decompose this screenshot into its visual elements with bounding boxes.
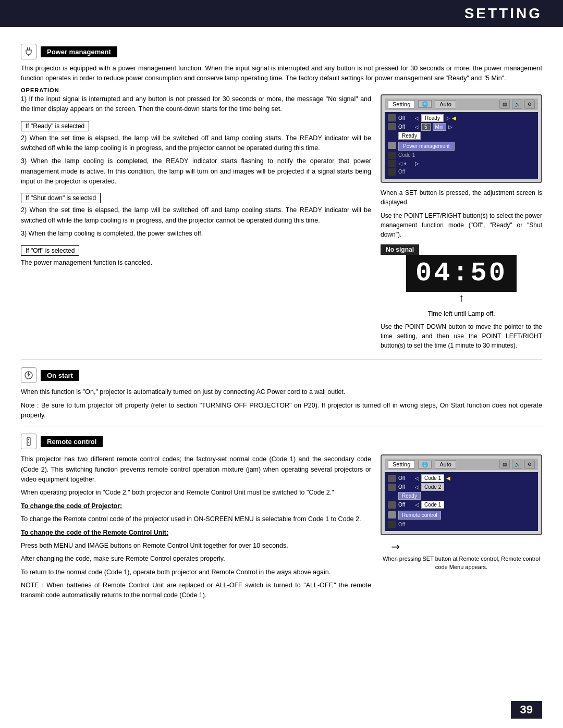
s2-remote-label: Remote control bbox=[398, 511, 441, 520]
if-off-label: If "Off" is selected bbox=[21, 245, 79, 256]
row3-value: Ready bbox=[398, 132, 421, 140]
screen-icon-1: ▤ bbox=[499, 100, 510, 109]
s2-row4-label: Off bbox=[398, 502, 413, 508]
remote-note: NOTE : When batteries of Remote Control … bbox=[21, 581, 371, 601]
screen2-icon-globe: 🌐 bbox=[418, 461, 432, 468]
page-title: SETTING bbox=[464, 5, 542, 22]
row1-value: Ready bbox=[421, 114, 444, 122]
screen2-icons: ▤ 🔊 ⚙ bbox=[499, 460, 535, 469]
screen-icon-globe: 🌐 bbox=[418, 100, 432, 108]
screen-icon-3: ⚙ bbox=[524, 100, 535, 109]
s2-row2-label: Off bbox=[398, 484, 413, 490]
s2-row3-ready: Ready bbox=[398, 492, 421, 500]
s2-row4-icon bbox=[388, 501, 396, 509]
screen2-row-4: Off ◁ Code 1 bbox=[388, 501, 535, 509]
s2-row3-spacer bbox=[388, 492, 396, 500]
power-management-intro: This projector is equipped with a power … bbox=[21, 64, 542, 84]
row-extra2-icon bbox=[388, 168, 396, 176]
svg-rect-6 bbox=[28, 439, 29, 440]
power-management-title: Power management bbox=[41, 46, 117, 57]
left-column: 1) If the input signal is interrupted an… bbox=[21, 94, 371, 354]
row2-left-arrow: ◁ bbox=[415, 124, 419, 130]
screen2-icon-1: ▤ bbox=[499, 460, 510, 469]
screen2-caption: When pressing SET button at Remote contr… bbox=[381, 555, 542, 571]
screen-row-extra1: ◁ ♦ ▷ bbox=[388, 160, 535, 167]
s2-row1-larrow: ◁ bbox=[415, 475, 419, 481]
ready-item2: 2) When the set time is elapsed, the lam… bbox=[21, 133, 371, 154]
s2-row1-icon bbox=[388, 475, 396, 482]
row1-left-arrow: ◁ bbox=[415, 115, 419, 121]
on-start-title: On start bbox=[41, 370, 79, 381]
row1-label: Off bbox=[398, 115, 413, 121]
row-extra2-label: Off bbox=[398, 169, 413, 175]
change-remote-title: To change the code of the Remote Control… bbox=[21, 528, 371, 538]
on-start-header: On start bbox=[21, 367, 542, 383]
s2-row1-value: Code 1 bbox=[421, 474, 444, 482]
row2-label: Off bbox=[398, 124, 413, 130]
screen-rows-1: Off ◁ Ready ▷ ◀ Off ◁ 5 Min ▷ bbox=[385, 112, 538, 179]
screen-rows-2: Off ◁ Code 1 ◀ Off ◁ Code 2 bbox=[385, 472, 538, 531]
row-extra1-icon bbox=[388, 160, 396, 167]
change-remote-text3: To return to the normal code (Code 1), o… bbox=[21, 567, 371, 577]
row2-icon bbox=[388, 123, 396, 130]
screen2-row-1: Off ◁ Code 1 ◀ bbox=[388, 474, 535, 482]
s2-row1-arrow: ◀ bbox=[446, 475, 450, 481]
change-remote-text1: Press both MENU and IMAGE buttons on Rem… bbox=[21, 541, 371, 551]
remote-control-icon bbox=[21, 434, 36, 449]
row-code1-label: Code 1 bbox=[398, 152, 415, 158]
screen-top-bar-2: Setting 🌐 Auto ▤ 🔊 ⚙ bbox=[385, 459, 538, 470]
operation-label: OPERATION bbox=[21, 87, 542, 93]
row2-right-arrow: ▷ bbox=[448, 124, 452, 130]
screen2-tab-auto: Auto bbox=[435, 460, 456, 468]
on-start-para1: When this function is "On," projector is… bbox=[21, 387, 542, 397]
no-signal-bar: No signal bbox=[381, 244, 419, 255]
screen-icons-1: ▤ 🔊 ⚙ bbox=[499, 100, 535, 109]
svg-point-7 bbox=[28, 442, 29, 443]
row-extra1-label: ◁ ♦ bbox=[398, 161, 413, 166]
screen2-remote-row: Remote control bbox=[388, 510, 535, 520]
change-projector-text: To change the Remote control code of the… bbox=[21, 514, 371, 524]
remote-left-col: This projector has two different remote … bbox=[21, 454, 371, 604]
screen-row-2: Off ◁ 5 Min ▷ bbox=[388, 123, 535, 131]
ready-item3: 3) When the lamp cooling is completed, t… bbox=[21, 156, 371, 187]
s2-row4-value: Code 1 bbox=[421, 501, 444, 509]
screen2-tab-setting: Setting bbox=[388, 460, 415, 468]
countdown-arrow: ↑ bbox=[381, 292, 542, 304]
on-start-note: Note : Be sure to turn projector off pro… bbox=[21, 401, 542, 421]
screen-tab-setting: Setting bbox=[388, 100, 415, 108]
s2-remote-icon bbox=[388, 511, 396, 519]
s2-row2-icon bbox=[388, 484, 396, 491]
screen-top-bar-1: Setting 🌐 Auto ▤ 🔊 ⚙ bbox=[385, 98, 538, 110]
change-projector-title: To change the code of Projector: bbox=[21, 501, 371, 511]
remote-control-section: Remote control This projector has two di… bbox=[21, 434, 542, 604]
screen2-row-3: Ready bbox=[388, 492, 535, 500]
remote-para2: When operating projector in "Code 2," bo… bbox=[21, 488, 371, 498]
right-text-3: Use the POINT DOWN button to move the po… bbox=[381, 322, 542, 350]
screen2-row-2: Off ◁ Code 2 bbox=[388, 483, 535, 491]
row2-num: 5 bbox=[421, 123, 431, 131]
row1-right-arrow: ▷ bbox=[446, 115, 450, 121]
screen2-icon-2: 🔊 bbox=[512, 460, 522, 469]
on-start-section: On start When this function is "On," pro… bbox=[21, 367, 542, 421]
screen-row-code1: Code 1 bbox=[388, 152, 535, 159]
s2-row2-larrow: ◁ bbox=[415, 484, 419, 490]
screen-power-row: Power management bbox=[388, 141, 535, 151]
remote-para1: This projector has two different remote … bbox=[21, 454, 371, 485]
s2-row2-value: Code 2 bbox=[421, 483, 444, 491]
row1-icon bbox=[388, 114, 396, 121]
svg-rect-5 bbox=[27, 437, 30, 446]
row1-cursor: ◀ bbox=[452, 115, 456, 121]
right-text-2: Use the POINT LEFT/RIGHT button(s) to se… bbox=[381, 211, 542, 239]
screen2-row-5: Off bbox=[388, 521, 535, 528]
remote-right-col: Setting 🌐 Auto ▤ 🔊 ⚙ bbox=[381, 454, 542, 604]
row2-min: Min bbox=[433, 123, 446, 131]
screen2-arrow-area: ↘ bbox=[381, 540, 542, 553]
shutdown-item3: 3) When the lamp cooling is completed, t… bbox=[21, 229, 371, 239]
row-extra1-arrow: ▷ bbox=[415, 161, 419, 166]
s2-row5-label: Off bbox=[398, 522, 413, 527]
power-icon bbox=[388, 142, 396, 149]
right-column-power: Setting 🌐 Auto ▤ 🔊 ⚙ Off ◁ bbox=[381, 94, 542, 354]
right-text-1: When a SET button is pressed, the adjust… bbox=[381, 188, 542, 207]
screen2-pointer-arrow: ↘ bbox=[388, 539, 403, 554]
time-left-label: Time left until Lamp off. bbox=[381, 309, 542, 319]
